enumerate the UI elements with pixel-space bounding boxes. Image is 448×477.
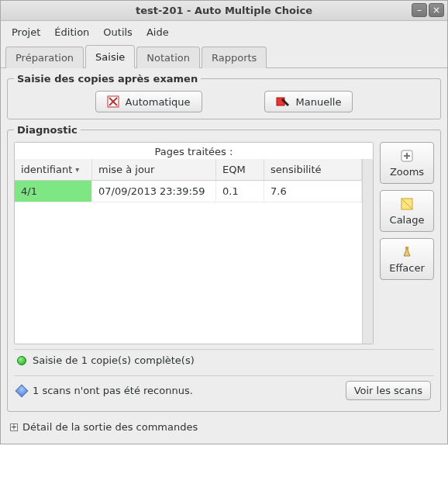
status-ok-icon (17, 356, 26, 365)
table-body: 4/1 07/09/2013 23:39:59 0.1 7.6 (15, 181, 362, 344)
auto-capture-button[interactable]: Automatique (95, 91, 202, 112)
auto-capture-label: Automatique (126, 96, 191, 108)
status-ok-text: Saisie de 1 copie(s) complète(s) (33, 354, 195, 366)
zooms-button[interactable]: Zooms (380, 142, 434, 184)
status-warn-line: 1 scans n'ont pas été reconnus. Voir les… (14, 375, 434, 405)
status-warn-icon (16, 384, 29, 397)
tab-grading[interactable]: Notation (136, 47, 200, 68)
app-window: test-201 - Auto Multiple Choice – × Proj… (0, 0, 448, 444)
effacer-label: Effacer (389, 262, 425, 274)
tab-preparation[interactable]: Préparation (5, 47, 84, 68)
window-buttons: – × (412, 3, 444, 17)
pages-table: Pages traitées : identifiant▾ mise à jou… (14, 142, 374, 344)
table-header: identifiant▾ mise à jour EQM sensibilité (15, 159, 362, 181)
auto-capture-icon (107, 95, 119, 108)
effacer-button[interactable]: Effacer (380, 238, 434, 280)
menu-help[interactable]: Aide (140, 24, 175, 40)
cell-sensitivity: 7.6 (264, 181, 362, 202)
cell-updated: 07/09/2013 23:39:59 (92, 181, 216, 202)
col-eqm[interactable]: EQM (216, 159, 264, 180)
col-id[interactable]: identifiant▾ (15, 159, 92, 180)
table-scrollbar[interactable] (362, 159, 373, 344)
diagnostic-legend: Diagnostic (14, 124, 81, 136)
diagnostic-body: Pages traitées : identifiant▾ mise à jou… (14, 142, 434, 344)
tab-reports[interactable]: Rapports (202, 47, 267, 68)
cell-id: 4/1 (15, 181, 92, 202)
tabbar: Préparation Saisie Notation Rapports (1, 45, 447, 68)
status-ok-line: Saisie de 1 copie(s) complète(s) (14, 349, 434, 371)
tab-content: Saisie des copies après examen Automatiq… (1, 68, 447, 444)
expand-icon: + (10, 423, 18, 431)
capture-fieldset: Saisie des copies après examen Automatiq… (7, 73, 441, 119)
window-title: test-201 - Auto Multiple Choice (136, 5, 312, 16)
cell-eqm: 0.1 (216, 181, 264, 202)
col-updated[interactable]: mise à jour (92, 159, 216, 180)
table-row[interactable]: 4/1 07/09/2013 23:39:59 0.1 7.6 (15, 181, 362, 202)
manual-capture-icon (276, 95, 290, 108)
tab-input[interactable]: Saisie (85, 45, 135, 68)
sort-desc-icon: ▾ (75, 165, 79, 174)
capture-legend: Saisie des copies après examen (14, 73, 201, 85)
svg-rect-9 (405, 247, 408, 250)
titlebar: test-201 - Auto Multiple Choice – × (1, 1, 447, 21)
zooms-icon (400, 149, 414, 163)
table-caption: Pages traitées : (15, 143, 373, 159)
menu-edition[interactable]: Édition (48, 24, 95, 40)
menu-tools[interactable]: Outils (97, 24, 139, 40)
manual-capture-label: Manuelle (296, 96, 342, 108)
capture-buttons: Automatique Manuelle (14, 91, 434, 112)
calage-button[interactable]: Calage (380, 190, 434, 232)
menubar: Projet Édition Outils Aide (1, 21, 447, 43)
command-output-expander[interactable]: + Détail de la sortie des commandes (7, 417, 441, 437)
view-scans-button[interactable]: Voir les scans (346, 381, 431, 400)
zooms-label: Zooms (390, 166, 424, 178)
status-warn-text: 1 scans n'ont pas été reconnus. (33, 385, 193, 396)
calage-label: Calage (390, 214, 425, 226)
col-sensitivity[interactable]: sensibilité (264, 159, 362, 180)
menu-project[interactable]: Projet (5, 24, 47, 40)
diagnostic-side-buttons: Zooms Calage Effacer (380, 142, 434, 344)
effacer-icon (400, 245, 414, 259)
diagnostic-fieldset: Diagnostic Pages traitées : identifiant▾… (7, 124, 441, 412)
expander-label: Détail de la sortie des commandes (22, 421, 198, 433)
close-button[interactable]: × (429, 3, 444, 17)
manual-capture-button[interactable]: Manuelle (264, 91, 353, 112)
calage-icon (400, 197, 414, 211)
minimize-button[interactable]: – (412, 3, 427, 17)
